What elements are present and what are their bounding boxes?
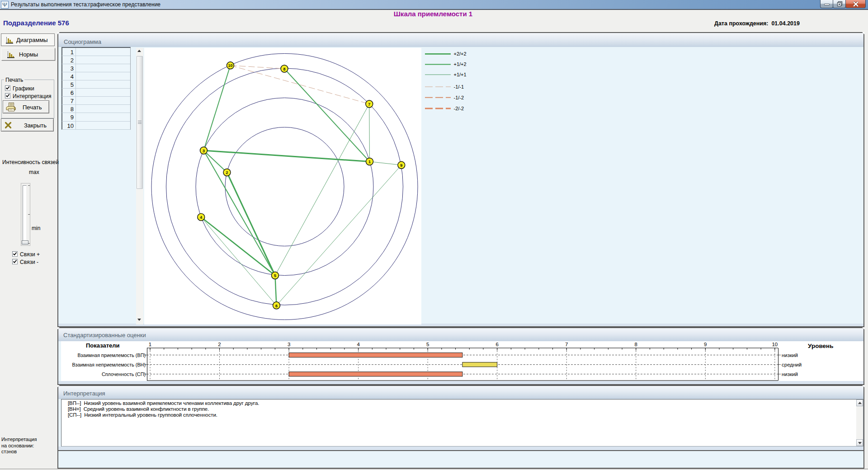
svg-text:7: 7: [368, 102, 370, 107]
svg-text:5: 5: [426, 342, 429, 347]
svg-text:+2/+2: +2/+2: [454, 51, 467, 56]
svg-text:9: 9: [704, 342, 707, 347]
svg-text:8: 8: [635, 342, 637, 347]
svg-text:4: 4: [357, 342, 360, 347]
svg-text:6: 6: [275, 304, 278, 308]
svg-text:10: 10: [772, 342, 778, 347]
svg-text:-1/-2: -1/-2: [454, 95, 464, 100]
svg-text:2: 2: [226, 170, 228, 175]
svg-text:Показатели: Показатели: [86, 342, 120, 349]
svg-text:10: 10: [228, 63, 232, 68]
svg-text:средний: средний: [782, 362, 802, 367]
svg-text:1: 1: [149, 342, 151, 347]
svg-text:низкий: низкий: [782, 371, 798, 377]
svg-text:6: 6: [495, 342, 498, 347]
svg-text:9: 9: [400, 163, 402, 168]
svg-text:низкий: низкий: [782, 352, 798, 358]
svg-text:Уровень: Уровень: [808, 343, 833, 349]
svg-text:2: 2: [218, 342, 221, 347]
svg-text:Взаимная неприемлемость (ВН): Взаимная неприемлемость (ВН): [72, 362, 146, 367]
svg-text:+1/+2: +1/+2: [454, 61, 467, 67]
svg-text:Сплоченность (СП): Сплоченность (СП): [102, 371, 146, 377]
svg-text:1: 1: [368, 160, 371, 164]
svg-text:-2/-2: -2/-2: [454, 106, 464, 111]
svg-text:Взаимная приемлемость (ВП): Взаимная приемлемость (ВП): [77, 352, 146, 358]
svg-text:4: 4: [200, 215, 202, 220]
svg-text:5: 5: [274, 273, 276, 278]
svg-text:+1/+1: +1/+1: [454, 72, 467, 77]
svg-text:3: 3: [288, 342, 290, 347]
svg-text:3: 3: [203, 149, 205, 153]
svg-text:7: 7: [565, 342, 568, 347]
svg-text:8: 8: [283, 67, 285, 71]
svg-text:-1/-1: -1/-1: [454, 84, 464, 89]
